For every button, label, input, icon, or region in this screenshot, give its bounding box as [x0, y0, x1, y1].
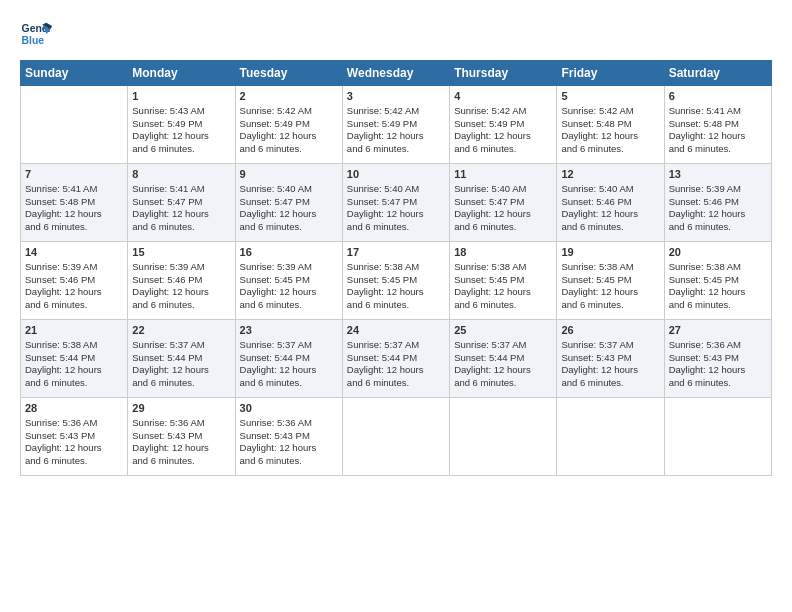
- day-cell: 6Sunrise: 5:41 AMSunset: 5:48 PMDaylight…: [664, 86, 771, 164]
- day-info: Sunset: 5:43 PM: [25, 430, 123, 443]
- calendar-table: SundayMondayTuesdayWednesdayThursdayFrid…: [20, 60, 772, 476]
- day-number: 15: [132, 245, 230, 260]
- day-cell: [664, 398, 771, 476]
- day-info: Daylight: 12 hours: [25, 286, 123, 299]
- day-info: Sunset: 5:47 PM: [347, 196, 445, 209]
- day-number: 29: [132, 401, 230, 416]
- day-cell: [342, 398, 449, 476]
- day-info: and 6 minutes.: [561, 143, 659, 156]
- day-info: Sunrise: 5:36 AM: [669, 339, 767, 352]
- day-number: 14: [25, 245, 123, 260]
- day-number: 23: [240, 323, 338, 338]
- day-info: Daylight: 12 hours: [132, 286, 230, 299]
- day-info: Sunrise: 5:40 AM: [561, 183, 659, 196]
- day-info: and 6 minutes.: [240, 299, 338, 312]
- day-cell: 19Sunrise: 5:38 AMSunset: 5:45 PMDayligh…: [557, 242, 664, 320]
- day-number: 28: [25, 401, 123, 416]
- day-info: Sunset: 5:46 PM: [25, 274, 123, 287]
- day-info: and 6 minutes.: [669, 221, 767, 234]
- day-info: Sunset: 5:49 PM: [240, 118, 338, 131]
- day-info: and 6 minutes.: [669, 377, 767, 390]
- day-number: 20: [669, 245, 767, 260]
- day-info: and 6 minutes.: [240, 143, 338, 156]
- day-number: 17: [347, 245, 445, 260]
- day-info: Sunrise: 5:37 AM: [240, 339, 338, 352]
- day-number: 30: [240, 401, 338, 416]
- day-info: Daylight: 12 hours: [25, 442, 123, 455]
- day-info: Daylight: 12 hours: [347, 364, 445, 377]
- day-cell: 11Sunrise: 5:40 AMSunset: 5:47 PMDayligh…: [450, 164, 557, 242]
- day-info: Sunrise: 5:38 AM: [347, 261, 445, 274]
- day-info: Sunset: 5:45 PM: [347, 274, 445, 287]
- day-info: Sunset: 5:43 PM: [240, 430, 338, 443]
- day-cell: 21Sunrise: 5:38 AMSunset: 5:44 PMDayligh…: [21, 320, 128, 398]
- day-info: Sunrise: 5:41 AM: [132, 183, 230, 196]
- day-number: 13: [669, 167, 767, 182]
- day-number: 18: [454, 245, 552, 260]
- day-info: and 6 minutes.: [669, 143, 767, 156]
- day-info: and 6 minutes.: [347, 143, 445, 156]
- day-info: and 6 minutes.: [347, 221, 445, 234]
- day-info: Sunrise: 5:40 AM: [240, 183, 338, 196]
- day-cell: 15Sunrise: 5:39 AMSunset: 5:46 PMDayligh…: [128, 242, 235, 320]
- day-info: and 6 minutes.: [454, 377, 552, 390]
- day-info: Sunrise: 5:38 AM: [25, 339, 123, 352]
- col-header-saturday: Saturday: [664, 61, 771, 86]
- day-cell: 22Sunrise: 5:37 AMSunset: 5:44 PMDayligh…: [128, 320, 235, 398]
- day-info: Daylight: 12 hours: [561, 130, 659, 143]
- day-number: 4: [454, 89, 552, 104]
- day-info: and 6 minutes.: [561, 377, 659, 390]
- day-info: and 6 minutes.: [25, 455, 123, 468]
- day-info: Daylight: 12 hours: [561, 364, 659, 377]
- day-info: Sunrise: 5:38 AM: [561, 261, 659, 274]
- day-info: Daylight: 12 hours: [669, 364, 767, 377]
- day-number: 22: [132, 323, 230, 338]
- day-info: Sunset: 5:43 PM: [561, 352, 659, 365]
- day-info: Daylight: 12 hours: [669, 208, 767, 221]
- day-info: and 6 minutes.: [132, 377, 230, 390]
- day-info: Sunset: 5:47 PM: [240, 196, 338, 209]
- day-info: Daylight: 12 hours: [561, 286, 659, 299]
- day-info: Sunrise: 5:37 AM: [454, 339, 552, 352]
- day-number: 24: [347, 323, 445, 338]
- col-header-sunday: Sunday: [21, 61, 128, 86]
- col-header-thursday: Thursday: [450, 61, 557, 86]
- week-row-1: 1Sunrise: 5:43 AMSunset: 5:49 PMDaylight…: [21, 86, 772, 164]
- day-info: Daylight: 12 hours: [132, 442, 230, 455]
- day-info: and 6 minutes.: [132, 455, 230, 468]
- week-row-4: 21Sunrise: 5:38 AMSunset: 5:44 PMDayligh…: [21, 320, 772, 398]
- day-cell: 18Sunrise: 5:38 AMSunset: 5:45 PMDayligh…: [450, 242, 557, 320]
- day-number: 12: [561, 167, 659, 182]
- day-info: Sunrise: 5:36 AM: [132, 417, 230, 430]
- day-info: Sunrise: 5:39 AM: [25, 261, 123, 274]
- day-cell: [450, 398, 557, 476]
- day-info: Sunrise: 5:40 AM: [454, 183, 552, 196]
- day-info: Sunset: 5:47 PM: [132, 196, 230, 209]
- day-cell: 9Sunrise: 5:40 AMSunset: 5:47 PMDaylight…: [235, 164, 342, 242]
- day-info: and 6 minutes.: [240, 377, 338, 390]
- page: General Blue SundayMondayTuesdayWednesda…: [0, 0, 792, 612]
- col-header-friday: Friday: [557, 61, 664, 86]
- day-info: Sunrise: 5:39 AM: [669, 183, 767, 196]
- day-info: Sunset: 5:43 PM: [669, 352, 767, 365]
- col-header-wednesday: Wednesday: [342, 61, 449, 86]
- day-info: Daylight: 12 hours: [25, 364, 123, 377]
- day-info: Sunset: 5:44 PM: [347, 352, 445, 365]
- day-info: Sunset: 5:45 PM: [240, 274, 338, 287]
- day-info: Sunrise: 5:36 AM: [240, 417, 338, 430]
- week-row-3: 14Sunrise: 5:39 AMSunset: 5:46 PMDayligh…: [21, 242, 772, 320]
- day-number: 19: [561, 245, 659, 260]
- day-number: 27: [669, 323, 767, 338]
- day-cell: 25Sunrise: 5:37 AMSunset: 5:44 PMDayligh…: [450, 320, 557, 398]
- day-cell: 4Sunrise: 5:42 AMSunset: 5:49 PMDaylight…: [450, 86, 557, 164]
- day-cell: 10Sunrise: 5:40 AMSunset: 5:47 PMDayligh…: [342, 164, 449, 242]
- day-cell: 12Sunrise: 5:40 AMSunset: 5:46 PMDayligh…: [557, 164, 664, 242]
- day-cell: 24Sunrise: 5:37 AMSunset: 5:44 PMDayligh…: [342, 320, 449, 398]
- logo-icon: General Blue: [20, 18, 52, 50]
- day-info: and 6 minutes.: [132, 299, 230, 312]
- day-info: Daylight: 12 hours: [240, 286, 338, 299]
- day-info: and 6 minutes.: [132, 143, 230, 156]
- day-cell: 20Sunrise: 5:38 AMSunset: 5:45 PMDayligh…: [664, 242, 771, 320]
- logo: General Blue: [20, 18, 52, 50]
- header: General Blue: [20, 18, 772, 50]
